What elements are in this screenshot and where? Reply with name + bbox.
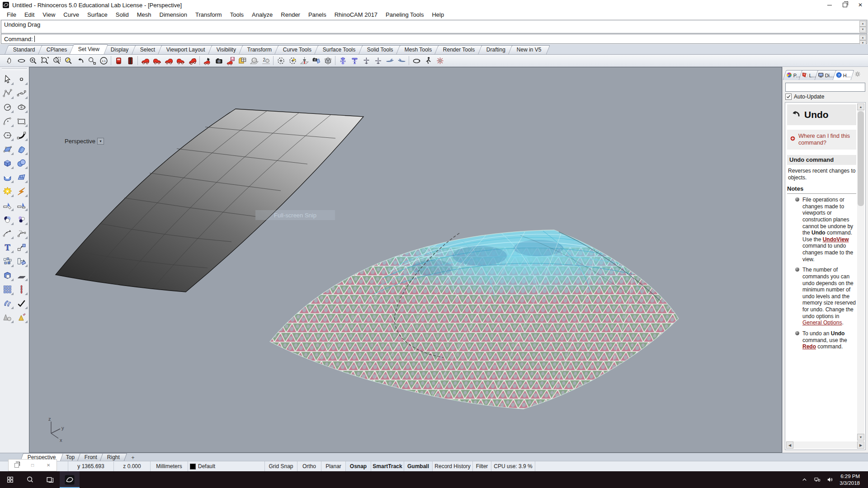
trim-lightning-icon[interactable] xyxy=(15,184,28,198)
menu-dimension[interactable]: Dimension xyxy=(156,10,191,19)
viewport-title[interactable]: Perspective ▼ xyxy=(65,138,104,145)
minimize-button[interactable] xyxy=(822,0,837,10)
polygon-icon[interactable] xyxy=(1,128,14,142)
interp-curve-icon[interactable] xyxy=(15,86,28,100)
zoom-target-icon[interactable] xyxy=(86,55,98,66)
text-icon[interactable]: T xyxy=(1,240,14,254)
toolbar-tab-mesh-tools[interactable]: Mesh Tools xyxy=(396,45,441,54)
status-toggle-osnap[interactable]: Osnap xyxy=(346,461,371,471)
scroll-down-arrow[interactable]: ▼ xyxy=(857,434,864,441)
viewport-tab-right[interactable]: Right xyxy=(100,453,127,461)
toolbar-tab-set-view[interactable]: Set View xyxy=(70,44,108,54)
control-curve-icon[interactable] xyxy=(1,86,14,100)
pan-hand-icon[interactable] xyxy=(4,55,15,66)
named-view-car-icon[interactable] xyxy=(201,55,213,66)
ellipse-icon[interactable] xyxy=(15,100,28,114)
plane-side-b-icon[interactable] xyxy=(396,55,407,66)
toolbar-tab-surface-tools[interactable]: Surface Tools xyxy=(314,45,364,54)
edit-points-icon[interactable] xyxy=(15,226,28,240)
rectangle-icon[interactable] xyxy=(15,114,28,128)
plane-top-a-icon[interactable] xyxy=(360,55,372,66)
target-crosshair-icon[interactable] xyxy=(275,55,287,66)
where-find-link[interactable]: Where can I find this command? xyxy=(787,130,856,150)
array-vertical-icon[interactable] xyxy=(15,282,28,296)
history-scroll-down[interactable]: ▼ xyxy=(859,27,866,33)
menu-paneling-tools[interactable]: Paneling Tools xyxy=(382,10,428,19)
toolbar-tab-transform[interactable]: Transform xyxy=(239,45,280,54)
menu-rhinocam-2017[interactable]: RhinoCAM 2017 xyxy=(330,10,382,19)
mini-maximize-icon[interactable]: □ xyxy=(28,461,37,470)
menu-analyze[interactable]: Analyze xyxy=(248,10,277,19)
status-toggle-grid-snap[interactable]: Grid Snap xyxy=(265,461,297,471)
close-button[interactable]: ✕ xyxy=(853,0,868,10)
chamfer-icon[interactable] xyxy=(15,198,28,212)
perspective-viewport[interactable]: zyx Perspective ▼ Full-screen Snip xyxy=(29,67,782,453)
viewport-title-dropdown[interactable]: ▼ xyxy=(97,138,104,145)
display-circles-icon[interactable] xyxy=(1,212,14,226)
help-link[interactable]: Redo xyxy=(802,343,816,350)
target-camera-icon[interactable] xyxy=(287,55,298,66)
camera-prism-icon[interactable] xyxy=(310,55,322,66)
zoom-window-icon[interactable] xyxy=(39,55,51,66)
menu-mesh[interactable]: Mesh xyxy=(133,10,156,19)
status-toggle-gumball[interactable]: Gumball xyxy=(404,461,433,471)
scrollbar-thumb[interactable] xyxy=(858,111,864,206)
status-toggle-filter[interactable]: Filter xyxy=(473,461,491,471)
surface-patch-icon[interactable] xyxy=(15,142,28,156)
help-horizontal-scrollbar[interactable]: ◀ ▶ xyxy=(786,441,864,449)
cone-sphere-icon[interactable] xyxy=(1,310,14,324)
menu-help[interactable]: Help xyxy=(428,10,448,19)
walk-icon[interactable] xyxy=(422,55,434,66)
explode-icon[interactable] xyxy=(1,184,14,198)
tray-network-icon[interactable] xyxy=(811,471,823,488)
view-right-car-icon[interactable] xyxy=(139,55,151,66)
cam-machine-b-icon[interactable] xyxy=(349,55,360,66)
cam-machine-a-icon[interactable] xyxy=(337,55,349,66)
view-top-truck-icon[interactable] xyxy=(113,55,124,66)
help-vertical-scrollbar[interactable]: ▲ ▼ xyxy=(857,103,864,441)
menu-panels[interactable]: Panels xyxy=(304,10,330,19)
viewport-layout-icon[interactable] xyxy=(236,55,248,66)
shaded-sphere-icon[interactable] xyxy=(248,55,260,66)
cone-gold-icon[interactable] xyxy=(15,310,28,324)
taskbar-clock[interactable]: 6:29 PM 3/3/2018 xyxy=(837,473,864,487)
command-input[interactable]: Command: ▲ ▼ xyxy=(1,34,867,44)
menu-view[interactable]: View xyxy=(38,10,59,19)
toolbar-tab-new-in-v5[interactable]: New in V5 xyxy=(508,45,550,54)
view-bottom-truck-icon[interactable] xyxy=(124,55,136,66)
tray-speaker-icon[interactable] xyxy=(823,471,836,488)
paneled-dome[interactable] xyxy=(263,213,688,416)
plane-top-b-icon[interactable] xyxy=(372,55,384,66)
arc-icon[interactable] xyxy=(1,114,14,128)
taskbar-task-view-icon[interactable] xyxy=(40,471,60,488)
toolbar-tab-viewport-layout[interactable]: Viewport Layout xyxy=(158,45,214,54)
zoom-selected-icon[interactable] xyxy=(51,55,62,66)
status-toggle-record-history[interactable]: Record History xyxy=(433,461,473,471)
menu-transform[interactable]: Transform xyxy=(191,10,226,19)
taskbar-start-icon[interactable] xyxy=(0,471,20,488)
save-view-icon[interactable] xyxy=(225,55,236,66)
toolbar-tab-render-tools[interactable]: Render Tools xyxy=(434,45,484,54)
curve-arrow-icon[interactable] xyxy=(1,226,14,240)
help-link[interactable]: General Options xyxy=(802,319,842,326)
group-squares-icon[interactable] xyxy=(1,254,14,268)
menu-render[interactable]: Render xyxy=(277,10,304,19)
status-toggle-planar[interactable]: Planar xyxy=(321,461,346,471)
box-icon[interactable] xyxy=(1,156,14,170)
scroll-left-arrow[interactable]: ◀ xyxy=(786,441,793,449)
menu-tools[interactable]: Tools xyxy=(226,10,248,19)
place-target-icon[interactable] xyxy=(298,55,310,66)
point-icon[interactable] xyxy=(15,72,28,86)
box-views-icon[interactable] xyxy=(322,55,334,66)
fillet-icon[interactable] xyxy=(1,198,14,212)
gray-surface[interactable] xyxy=(56,109,363,292)
taskbar-search-icon[interactable] xyxy=(20,471,40,488)
scroll-right-arrow[interactable]: ▶ xyxy=(857,441,864,449)
torus-icon[interactable] xyxy=(1,170,14,184)
layer-color-swatch[interactable] xyxy=(190,464,196,469)
orbit-icon[interactable] xyxy=(410,55,422,66)
command-scroll-up[interactable]: ▲ xyxy=(859,35,866,40)
layer-pane[interactable]: Default xyxy=(188,461,265,471)
move-scale-icon[interactable] xyxy=(15,240,28,254)
menu-solid[interactable]: Solid xyxy=(112,10,133,19)
